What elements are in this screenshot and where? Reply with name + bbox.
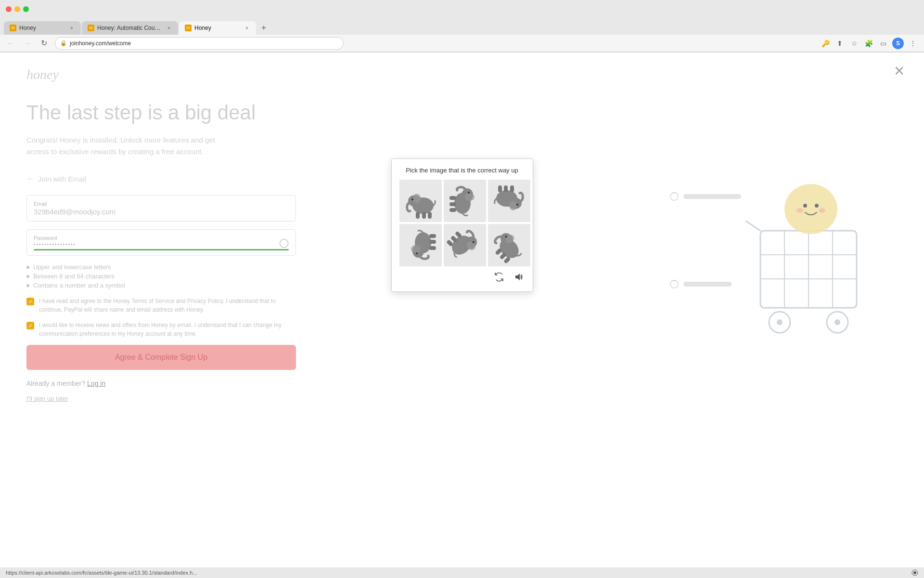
svg-rect-34 — [510, 185, 514, 192]
tab-1-close[interactable]: × — [68, 25, 75, 31]
svg-rect-28 — [449, 202, 456, 206]
svg-rect-20 — [416, 212, 420, 219]
tab-2-close[interactable]: × — [166, 25, 172, 31]
browser-tab-1[interactable]: H Honey × — [4, 21, 81, 35]
svg-point-61 — [913, 571, 916, 574]
svg-rect-42 — [429, 240, 436, 244]
captcha-cell-6[interactable] — [488, 224, 530, 266]
status-bar: https://client-api.arkoselabs.com/fc/ass… — [0, 567, 924, 578]
svg-point-44 — [416, 252, 418, 254]
captcha-modal: Pick the image that is the correct way u… — [391, 158, 533, 292]
svg-point-23 — [411, 198, 413, 200]
audio-icon — [513, 272, 523, 282]
address-bar: ← → ↻ 🔒 joinhoney.com/welcome 🔑 ⬆ ☆ 🧩 ▭ … — [0, 35, 924, 52]
honey-favicon-2: H — [88, 25, 94, 31]
svg-rect-21 — [422, 212, 426, 219]
maximize-window-button[interactable] — [23, 6, 29, 12]
captcha-audio-button[interactable] — [512, 270, 525, 284]
captcha-title: Pick the image that is the correct way u… — [399, 167, 525, 174]
captcha-cell-4[interactable] — [399, 224, 442, 266]
svg-point-26 — [465, 193, 475, 201]
sidebar-icon[interactable]: ▭ — [878, 38, 888, 49]
title-bar — [0, 0, 924, 18]
captcha-refresh-button[interactable] — [492, 270, 506, 284]
extension-icon — [911, 569, 918, 576]
svg-marker-59 — [515, 274, 520, 280]
honey-favicon-3: H — [185, 25, 192, 31]
elephant-3 — [490, 182, 528, 220]
browser-tab-3[interactable]: H Honey × — [179, 21, 256, 35]
profile-button[interactable]: S — [892, 38, 904, 49]
svg-rect-35 — [504, 185, 508, 192]
svg-rect-29 — [449, 208, 456, 212]
captcha-cell-1[interactable] — [399, 180, 442, 222]
svg-point-37 — [516, 204, 518, 206]
url-bar[interactable]: 🔒 joinhoney.com/welcome — [55, 37, 344, 50]
tab-2-title: Honey: Automatic Coupons & ... — [97, 25, 163, 31]
tab-1-title: Honey — [19, 25, 65, 31]
svg-point-30 — [468, 192, 470, 194]
page-content: honey ✕ The last step is a big deal Cong… — [0, 53, 924, 578]
svg-rect-27 — [449, 196, 456, 200]
back-button[interactable]: ← — [6, 38, 16, 49]
elephant-5 — [446, 226, 484, 264]
tab-3-title: Honey — [194, 25, 241, 31]
browser-tab-2[interactable]: H Honey: Automatic Coupons & ... × — [82, 21, 178, 35]
captcha-cell-2[interactable] — [444, 180, 486, 222]
close-window-button[interactable] — [6, 6, 12, 12]
elephant-2 — [446, 182, 484, 220]
svg-rect-36 — [498, 185, 502, 192]
traffic-lights — [6, 6, 29, 12]
svg-rect-43 — [429, 234, 436, 238]
svg-point-19 — [413, 194, 421, 203]
svg-point-33 — [509, 201, 517, 210]
bookmark-icon[interactable]: ☆ — [849, 38, 860, 49]
minimize-window-button[interactable] — [14, 6, 20, 12]
share-icon[interactable]: ⬆ — [834, 38, 845, 49]
forward-button[interactable]: → — [22, 38, 33, 49]
extensions-icon[interactable]: 🧩 — [863, 38, 874, 49]
svg-point-40 — [411, 245, 421, 253]
elephant-6 — [490, 226, 528, 264]
refresh-icon — [494, 272, 504, 282]
browser-chrome: H Honey × H Honey: Automatic Coupons & .… — [0, 0, 924, 53]
captcha-cell-3[interactable] — [488, 180, 530, 222]
reload-button[interactable]: ↻ — [38, 38, 49, 49]
new-tab-button[interactable]: + — [257, 21, 270, 35]
key-icon[interactable]: 🔑 — [820, 38, 831, 49]
tab-3-close[interactable]: × — [244, 25, 250, 31]
status-right — [911, 569, 918, 576]
security-icon: 🔒 — [60, 40, 67, 46]
tab-bar: H Honey × H Honey: Automatic Coupons & .… — [0, 18, 924, 35]
honey-favicon-1: H — [10, 25, 16, 31]
browser-actions: 🔑 ⬆ ☆ 🧩 ▭ S ⋮ — [820, 38, 918, 49]
elephant-4 — [401, 226, 440, 264]
menu-icon[interactable]: ⋮ — [908, 38, 918, 49]
status-url: https://client-api.arkoselabs.com/fc/ass… — [6, 570, 911, 576]
elephant-1 — [401, 182, 440, 220]
svg-rect-41 — [429, 246, 436, 250]
svg-rect-22 — [428, 212, 432, 219]
captcha-overlay: Pick the image that is the correct way u… — [0, 53, 924, 578]
captcha-cell-5[interactable] — [444, 224, 486, 266]
url-text: joinhoney.com/welcome — [70, 40, 131, 47]
captcha-grid — [399, 180, 525, 266]
captcha-footer — [399, 270, 525, 284]
